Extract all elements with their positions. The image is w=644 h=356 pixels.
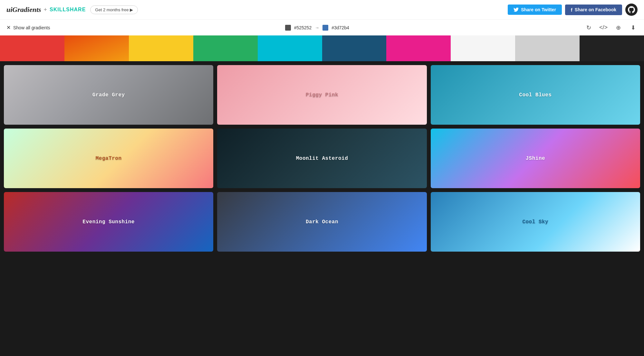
color2-hex: #3d72b4: [332, 25, 349, 30]
color-filter-yellow[interactable]: [129, 35, 193, 61]
color1-hex: #525252: [294, 25, 312, 30]
download-icon[interactable]: ⬇: [629, 23, 638, 32]
gradient-label-dark-ocean: Dark Ocean: [306, 219, 338, 225]
share-twitter-button[interactable]: Share on Twitter: [508, 5, 562, 15]
gradient-label-cool-sky: Cool Sky: [522, 219, 548, 225]
plus-separator: +: [44, 6, 47, 13]
twitter-icon: [514, 7, 519, 12]
gradient-card-cool-blues[interactable]: Cool Blues: [431, 65, 640, 125]
toolbar-icons: ↻ </> ⊕ ⬇: [584, 23, 638, 32]
color-filter-bar: [0, 35, 644, 61]
share-twitter-label: Share on Twitter: [521, 7, 556, 12]
gradient-card-jshine[interactable]: JShine: [431, 129, 640, 188]
gradient-label-megatron: MegaTron: [96, 156, 122, 161]
gradient-label-piggy-pink: Piggy Pink: [306, 92, 338, 98]
arrow-separator: →: [315, 25, 319, 30]
share-facebook-label: Share on Facebook: [575, 7, 616, 12]
color-filter-pink[interactable]: [386, 35, 451, 61]
refresh-icon[interactable]: ↻: [584, 23, 593, 32]
color-filter-red[interactable]: [0, 35, 64, 61]
close-icon: ✕: [6, 24, 11, 31]
share-facebook-button[interactable]: f Share on Facebook: [565, 5, 622, 15]
free-trial-button[interactable]: Get 2 months free ▶: [90, 5, 138, 14]
gradient-card-dark-ocean[interactable]: Dark Ocean: [217, 192, 427, 252]
color-filter-cyan[interactable]: [258, 35, 322, 61]
gradient-card-grade-grey[interactable]: Grade Grey: [4, 65, 213, 125]
gradient-label-moonlit-asteroid: Moonlit Asteroid: [296, 156, 348, 161]
color-filter-dark[interactable]: [580, 35, 644, 61]
color-filter-light-gray[interactable]: [451, 35, 515, 61]
color-filter-navy[interactable]: [322, 35, 387, 61]
gradient-card-evening-sunshine[interactable]: Evening Sunshine: [4, 192, 213, 252]
gradient-label-grade-grey: Grade Grey: [92, 92, 125, 98]
color-filter-orange[interactable]: [64, 35, 129, 61]
toolbar: ✕ Show all gradients #525252 → #3d72b4 ↻…: [0, 19, 644, 35]
color1-swatch: [285, 25, 291, 31]
gradient-card-megatron[interactable]: MegaTron: [4, 129, 213, 188]
gradient-grid: Grade Grey Piggy Pink Cool Blues MegaTro…: [0, 61, 644, 255]
gradient-label-jshine: JShine: [526, 156, 545, 161]
color-display: #525252 → #3d72b4: [285, 25, 349, 31]
gradient-label-evening-sunshine: Evening Sunshine: [82, 219, 135, 225]
show-all-label: Show all gradients: [13, 25, 50, 30]
gradient-card-piggy-pink[interactable]: Piggy Pink: [217, 65, 427, 125]
add-icon[interactable]: ⊕: [614, 23, 623, 32]
skillshare-link[interactable]: SKILLSHARE: [50, 7, 86, 13]
color-filter-green[interactable]: [193, 35, 258, 61]
site-logo[interactable]: uiGradients: [6, 5, 41, 14]
gradient-card-moonlit-asteroid[interactable]: Moonlit Asteroid: [217, 129, 427, 188]
color-filter-gray[interactable]: [515, 35, 580, 61]
code-icon[interactable]: </>: [599, 23, 608, 32]
show-all-gradients[interactable]: ✕ Show all gradients: [6, 24, 50, 31]
gradient-card-cool-sky[interactable]: Cool Sky: [431, 192, 640, 252]
gradient-label-cool-blues: Cool Blues: [519, 92, 552, 98]
github-icon: [628, 6, 635, 13]
header: uiGradients + SKILLSHARE Get 2 months fr…: [0, 0, 644, 19]
color2-swatch: [322, 25, 328, 31]
github-button[interactable]: [625, 4, 638, 16]
facebook-icon: f: [571, 7, 572, 13]
header-actions: Share on Twitter f Share on Facebook: [508, 4, 638, 16]
